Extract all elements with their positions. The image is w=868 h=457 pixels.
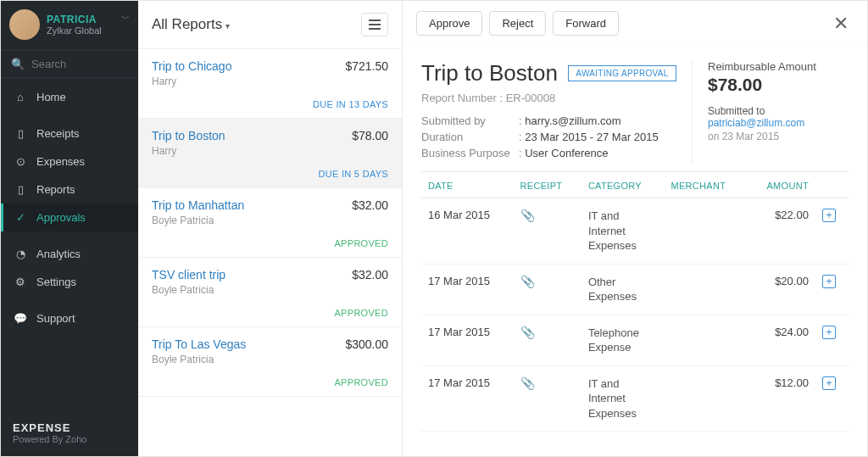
paperclip-icon: 📎: [520, 326, 535, 339]
report-status: APPROVED: [152, 238, 388, 248]
nav-support[interactable]: 💬Support: [1, 304, 138, 332]
report-amount: $32.00: [352, 268, 388, 281]
report-submitter: Harry: [152, 145, 388, 157]
report-submitter: Boyle Patricia: [152, 354, 388, 365]
report-submitter: Harry: [152, 75, 388, 87]
gear-icon: ⚙: [13, 276, 28, 288]
brand-footer: EXPENSE Powered By Zoho: [1, 410, 138, 456]
expand-icon[interactable]: +: [822, 275, 836, 288]
approve-button[interactable]: Approve: [416, 11, 482, 36]
detail-title: Trip to Boston: [421, 60, 558, 86]
check-circle-icon: ✓: [13, 211, 28, 224]
document-icon: ▯: [13, 183, 28, 196]
report-status: DUE IN 5 DAYS: [152, 169, 388, 179]
submitted-date: on 23 Mar 2015: [708, 131, 849, 142]
nav-reports[interactable]: ▯Reports: [1, 176, 138, 203]
nav-expenses[interactable]: ⊙Expenses: [1, 148, 138, 176]
list-title-dropdown[interactable]: All Reports▾: [152, 16, 230, 33]
reimbursable-amount: $78.00: [708, 75, 849, 95]
paperclip-icon: 📎: [520, 275, 535, 288]
search-icon: 🔍: [11, 58, 25, 70]
chevron-down-icon: ﹀: [121, 13, 130, 25]
report-submitter: Boyle Patricia: [152, 215, 388, 226]
expand-icon[interactable]: +: [822, 376, 836, 390]
expense-row[interactable]: 16 Mar 2015 📎 IT and Internet Expenses $…: [421, 198, 849, 265]
chat-icon: 💬: [13, 312, 28, 325]
profile-menu[interactable]: PATRICIA Zylkar Global ﹀: [1, 1, 138, 50]
nav-settings[interactable]: ⚙Settings: [1, 268, 138, 296]
list-view-toggle[interactable]: [361, 13, 388, 36]
report-submitter: Boyle Patricia: [152, 284, 388, 296]
home-icon: ⌂: [13, 91, 28, 103]
reimbursable-label: Reimbursable Amount: [708, 60, 849, 73]
forward-button[interactable]: Forward: [553, 11, 619, 36]
report-amount: $721.50: [345, 59, 388, 73]
status-badge: AWAITING APPROVAL: [568, 65, 676, 81]
report-amount: $300.00: [345, 337, 388, 351]
reject-button[interactable]: Reject: [489, 11, 546, 36]
expense-row[interactable]: 17 Mar 2015 📎 IT and Internet Expenses $…: [421, 365, 849, 432]
detail-pane: Approve Reject Forward ✕ Trip to Boston …: [403, 1, 867, 456]
expand-icon[interactable]: +: [822, 326, 836, 339]
expense-table: DATE RECEIPT CATEGORY MERCHANT AMOUNT 16…: [421, 171, 849, 432]
dollar-icon: ⊙: [13, 155, 28, 168]
paperclip-icon: 📎: [520, 376, 535, 390]
report-status: DUE IN 13 DAYS: [152, 99, 388, 109]
report-item[interactable]: Trip to Boston Harry $78.00 DUE IN 5 DAY…: [138, 119, 402, 188]
nav-approvals[interactable]: ✓Approvals: [1, 203, 138, 231]
caret-down-icon: ▾: [225, 21, 230, 31]
analytics-icon: ◔: [13, 248, 28, 260]
report-item[interactable]: Trip to Chicago Harry $721.50 DUE IN 13 …: [138, 49, 402, 119]
report-amount: $78.00: [352, 129, 388, 142]
close-icon[interactable]: ✕: [828, 14, 854, 33]
receipt-icon: ▯: [13, 127, 28, 140]
report-list-pane: All Reports▾ Trip to Chicago Harry $721.…: [138, 1, 403, 456]
report-item[interactable]: TSV client trip Boyle Patricia $32.00 AP…: [138, 258, 402, 327]
expense-row[interactable]: 17 Mar 2015 📎 Other Expenses $20.00 +: [421, 264, 849, 315]
expand-icon[interactable]: +: [822, 209, 836, 222]
user-name: PATRICIA: [47, 14, 102, 25]
expense-row[interactable]: 17 Mar 2015 📎 Telephone Expense $24.00 +: [421, 315, 849, 365]
search-input-wrap[interactable]: 🔍: [1, 50, 138, 78]
search-input[interactable]: [31, 58, 128, 70]
report-item[interactable]: Trip to Manhattan Boyle Patricia $32.00 …: [138, 188, 402, 258]
nav-home[interactable]: ⌂Home: [1, 83, 138, 111]
report-status: APPROVED: [152, 377, 388, 387]
report-number: Report Number : ER-00008: [421, 92, 692, 104]
report-amount: $32.00: [352, 198, 388, 212]
avatar: [9, 9, 40, 40]
report-item[interactable]: Trip To Las Vegas Boyle Patricia $300.00…: [138, 327, 402, 397]
nav-receipts[interactable]: ▯Receipts: [1, 120, 138, 148]
user-org: Zylkar Global: [47, 25, 102, 36]
report-status: APPROVED: [152, 308, 388, 318]
paperclip-icon: 📎: [520, 209, 535, 222]
sidebar: PATRICIA Zylkar Global ﹀ 🔍 ⌂Home ▯Receip…: [1, 1, 138, 456]
nav-analytics[interactable]: ◔Analytics: [1, 240, 138, 268]
submitted-to: Submitted topatriciab@zillum.com: [708, 105, 849, 129]
